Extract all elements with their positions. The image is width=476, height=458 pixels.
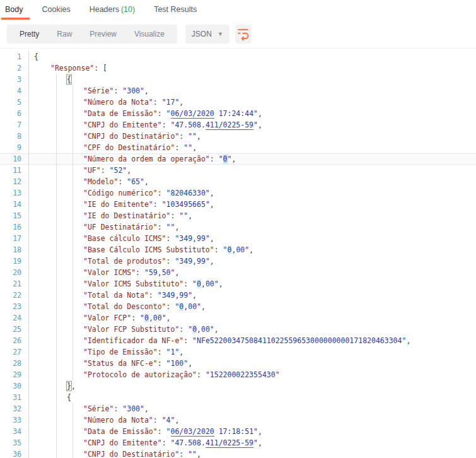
code-line[interactable]: 35"CNPJ do Emitente": "47.508.411/0225-5… xyxy=(0,437,476,449)
code-text: "Data de Emissão": "06/03/2020 17:18:51"… xyxy=(29,426,476,437)
code-text: { xyxy=(29,392,476,403)
response-body-editor[interactable]: 1{2"Response": [3{4"Série": "300",5"Núme… xyxy=(0,48,476,458)
line-number: 20 xyxy=(0,267,29,278)
indent-guide xyxy=(56,244,57,255)
language-select[interactable]: JSON ▼ xyxy=(185,25,229,44)
headers-count-badge: (10) xyxy=(121,5,135,14)
code-line[interactable]: 13"Código numérico": "82046330", xyxy=(0,187,476,199)
json-punctuation: , xyxy=(201,302,206,311)
view-visualize-button[interactable]: Visualize xyxy=(125,25,173,44)
json-punctuation: , xyxy=(210,257,214,266)
code-line[interactable]: 7"CNPJ do Emitente": "47.508.411/0225-59… xyxy=(0,119,476,131)
json-string-value: " xyxy=(140,314,144,322)
code-line[interactable]: 4"Série": "300", xyxy=(0,85,476,97)
code-line[interactable]: 16"UF Destinatário": "", xyxy=(0,221,476,233)
indent-guide xyxy=(56,392,57,403)
code-line[interactable]: 8"CNPJ do Destinatário": "", xyxy=(0,131,476,142)
code-text: "IE do Emitente": "103495665", xyxy=(29,199,476,210)
code-text: "Tipo de Emissão": "1", xyxy=(29,346,476,358)
line-number: 26 xyxy=(0,335,29,346)
json-punctuation: : xyxy=(179,132,188,141)
indent-guide xyxy=(56,210,57,221)
indent-guide xyxy=(56,176,57,187)
tab-body[interactable]: Body xyxy=(5,0,31,20)
json-punctuation: , xyxy=(210,189,214,197)
json-key: "Número da ordem da operação" xyxy=(83,155,210,163)
code-line[interactable]: 2"Response": [ xyxy=(0,62,476,74)
code-line[interactable]: 3{ xyxy=(0,74,476,85)
code-line[interactable]: 31{ xyxy=(0,392,476,403)
code-line[interactable]: 21"Valor ICMS Substituto": "0,00", xyxy=(0,278,476,290)
code-line[interactable]: 28"Status da NFC-e": "100", xyxy=(0,358,476,369)
code-line[interactable]: 15"IE do Destinatário": "", xyxy=(0,210,476,221)
code-line[interactable]: 10"Número da ordem da operação": "0", xyxy=(0,153,476,165)
code-line[interactable]: 19"Total de produtos": "349,99", xyxy=(0,255,476,267)
tab-headers[interactable]: Headers(10) xyxy=(90,0,142,20)
view-pretty-button[interactable]: Pretty xyxy=(11,25,48,44)
code-line[interactable]: 17"Base cálculo ICMS": "349,99", xyxy=(0,233,476,244)
code-line[interactable]: 6"Data de Emissão": "06/03/2020 17:24:44… xyxy=(0,108,476,119)
line-number: 18 xyxy=(0,244,29,255)
indent-guide xyxy=(73,153,73,165)
beautify-button[interactable] xyxy=(235,25,252,44)
line-number: 29 xyxy=(0,369,29,380)
code-text: "CPF do Destinatário": "", xyxy=(29,142,476,153)
json-key: "Série" xyxy=(83,404,113,413)
json-string-value: "" xyxy=(188,132,197,141)
indent-guide xyxy=(73,312,73,324)
code-text: "Data de Emissão": "06/03/2020 17:24:44"… xyxy=(29,108,476,119)
json-punctuation: , xyxy=(210,234,214,243)
code-line[interactable]: 34"Data de Emissão": "06/03/2020 17:18:5… xyxy=(0,426,476,437)
code-line[interactable]: 22"Total da Nota": "349,99", xyxy=(0,290,476,301)
indent-guide xyxy=(56,221,57,233)
code-line[interactable]: 24"Valor FCP": "0,00", xyxy=(0,312,476,324)
code-line[interactable]: 32"Série": "300", xyxy=(0,403,476,414)
code-line[interactable]: 23"Total do Desconto": "0,00", xyxy=(0,301,476,312)
indent-guide xyxy=(73,414,73,426)
json-key: "CNPJ do Emitente" xyxy=(83,438,162,447)
line-number: 24 xyxy=(0,312,29,324)
json-punctuation: : xyxy=(197,370,206,379)
language-select-value: JSON xyxy=(192,30,212,38)
code-line[interactable]: 14"IE do Emitente": "103495665", xyxy=(0,199,476,210)
indent-guide xyxy=(56,324,57,335)
code-text: "Response": [ xyxy=(29,62,476,74)
indent-guide xyxy=(56,346,57,358)
indent-guide xyxy=(73,119,73,131)
code-line[interactable]: 18"Base Cálculo ICMS Substituto": "0,00"… xyxy=(0,244,476,255)
code-line[interactable]: 36"CNPJ do Destinatário": "", xyxy=(0,449,476,458)
tab-cookies[interactable]: Cookies xyxy=(42,0,78,20)
code-line[interactable]: 20"Valor ICMS": "59,50", xyxy=(0,267,476,278)
code-line[interactable]: 30}, xyxy=(0,380,476,392)
json-string-value: "59,50" xyxy=(144,268,175,277)
json-key: "Protocolo de autorização" xyxy=(83,370,197,379)
line-number: 2 xyxy=(0,62,29,74)
json-punctuation: : xyxy=(179,325,188,334)
view-raw-button[interactable]: Raw xyxy=(48,25,81,44)
code-text: "Número da ordem da operação": "0", xyxy=(29,153,476,165)
code-line[interactable]: 11"UF": "52", xyxy=(0,165,476,176)
code-line[interactable]: 5"Número da Nota": "17", xyxy=(0,97,476,108)
code-line[interactable]: 9"CPF do Destinatário": "", xyxy=(0,142,476,153)
code-line[interactable]: 27"Tipo de Emissão": "1", xyxy=(0,346,476,358)
code-line[interactable]: 33"Número da Nota": "4", xyxy=(0,414,476,426)
json-punctuation: , xyxy=(214,325,219,334)
line-number: 17 xyxy=(0,233,29,244)
json-string-value: ,00" xyxy=(183,302,201,311)
code-line[interactable]: 26"Identificador da NF-e": "NFe522003475… xyxy=(0,335,476,346)
line-number: 27 xyxy=(0,346,29,358)
code-line[interactable]: 29"Protocolo de autorização": "152200022… xyxy=(0,369,476,380)
line-number: 36 xyxy=(0,449,29,458)
indent-guide xyxy=(56,142,57,153)
indent-guide xyxy=(73,199,73,210)
code-text: }, xyxy=(29,380,476,392)
view-preview-button[interactable]: Preview xyxy=(81,25,125,44)
json-key: "Número da Nota" xyxy=(83,98,153,107)
code-line[interactable]: 25"Valor FCP Substituto": "0,00", xyxy=(0,324,476,335)
code-text: "IE do Destinatário": "", xyxy=(29,210,476,221)
code-line[interactable]: 1{ xyxy=(0,51,476,62)
tab-test-results[interactable]: Test Results xyxy=(154,0,204,20)
json-punctuation: : xyxy=(158,223,166,232)
code-line[interactable]: 12"Modelo": "65", xyxy=(0,176,476,187)
json-punctuation: , xyxy=(258,120,262,129)
